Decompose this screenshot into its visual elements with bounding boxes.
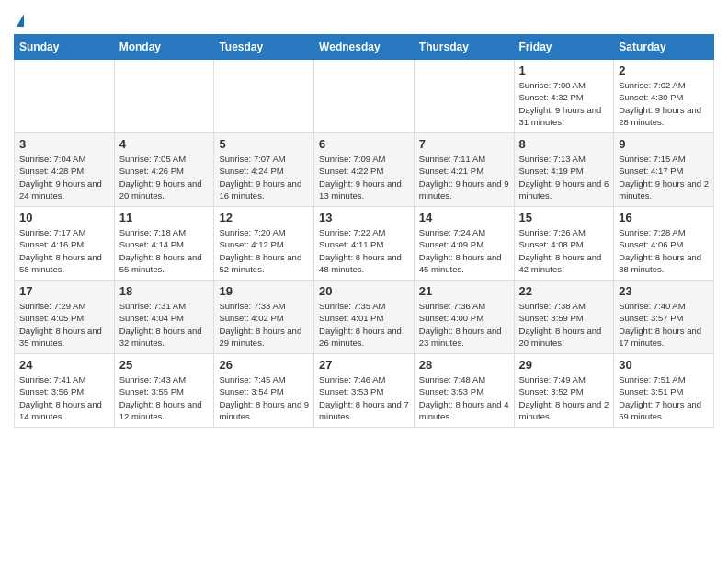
day-number: 20 [319,284,409,298]
calendar-cell: 5Sunrise: 7:07 AM Sunset: 4:24 PM Daylig… [214,133,314,207]
calendar-cell [15,60,115,133]
calendar-cell: 15Sunrise: 7:26 AM Sunset: 4:08 PM Dayli… [514,207,614,281]
day-info: Sunrise: 7:48 AM Sunset: 3:53 PM Dayligh… [419,373,509,422]
day-info: Sunrise: 7:45 AM Sunset: 3:54 PM Dayligh… [219,373,309,422]
day-number: 26 [219,358,309,372]
calendar-week-row: 24Sunrise: 7:41 AM Sunset: 3:56 PM Dayli… [15,354,714,428]
day-info: Sunrise: 7:04 AM Sunset: 4:28 PM Dayligh… [19,153,109,201]
logo [14,9,24,27]
day-number: 29 [519,358,609,372]
day-number: 4 [119,137,210,151]
calendar-cell: 17Sunrise: 7:29 AM Sunset: 4:05 PM Dayli… [15,281,115,354]
day-info: Sunrise: 7:36 AM Sunset: 4:00 PM Dayligh… [419,300,509,349]
day-info: Sunrise: 7:22 AM Sunset: 4:11 PM Dayligh… [319,226,409,275]
day-number: 1 [519,63,609,77]
calendar-cell: 29Sunrise: 7:49 AM Sunset: 3:52 PM Dayli… [514,354,614,428]
day-info: Sunrise: 7:49 AM Sunset: 3:52 PM Dayligh… [519,373,609,422]
header-saturday: Saturday [614,35,714,60]
calendar-cell: 13Sunrise: 7:22 AM Sunset: 4:11 PM Dayli… [314,207,415,281]
day-info: Sunrise: 7:28 AM Sunset: 4:06 PM Dayligh… [619,226,709,275]
calendar-cell: 6Sunrise: 7:09 AM Sunset: 4:22 PM Daylig… [314,133,415,207]
day-number: 18 [119,284,210,298]
calendar-cell: 3Sunrise: 7:04 AM Sunset: 4:28 PM Daylig… [15,133,115,207]
day-number: 9 [619,137,709,151]
calendar-cell [114,60,214,133]
day-number: 19 [219,284,309,298]
day-number: 2 [619,63,709,77]
calendar-cell: 4Sunrise: 7:05 AM Sunset: 4:26 PM Daylig… [114,133,214,207]
day-info: Sunrise: 7:29 AM Sunset: 4:05 PM Dayligh… [19,300,109,349]
day-info: Sunrise: 7:35 AM Sunset: 4:01 PM Dayligh… [319,300,409,349]
day-info: Sunrise: 7:43 AM Sunset: 3:55 PM Dayligh… [119,373,210,422]
day-info: Sunrise: 7:18 AM Sunset: 4:14 PM Dayligh… [119,226,210,275]
calendar-cell [414,60,514,133]
calendar-cell: 16Sunrise: 7:28 AM Sunset: 4:06 PM Dayli… [614,207,714,281]
day-info: Sunrise: 7:41 AM Sunset: 3:56 PM Dayligh… [19,373,109,422]
day-info: Sunrise: 7:33 AM Sunset: 4:02 PM Dayligh… [219,300,309,349]
day-info: Sunrise: 7:07 AM Sunset: 4:24 PM Dayligh… [219,153,309,201]
calendar-cell: 27Sunrise: 7:46 AM Sunset: 3:53 PM Dayli… [314,354,415,428]
day-info: Sunrise: 7:05 AM Sunset: 4:26 PM Dayligh… [119,153,210,201]
day-info: Sunrise: 7:17 AM Sunset: 4:16 PM Dayligh… [19,226,109,275]
calendar-header-row: SundayMondayTuesdayWednesdayThursdayFrid… [15,35,714,60]
calendar-cell [314,60,415,133]
day-info: Sunrise: 7:38 AM Sunset: 3:59 PM Dayligh… [519,300,609,349]
header-tuesday: Tuesday [214,35,314,60]
header-wednesday: Wednesday [314,35,415,60]
day-info: Sunrise: 7:09 AM Sunset: 4:22 PM Dayligh… [319,153,409,201]
calendar-cell: 24Sunrise: 7:41 AM Sunset: 3:56 PM Dayli… [15,354,115,428]
day-number: 13 [319,211,409,224]
day-number: 25 [119,358,210,372]
day-number: 22 [519,284,609,298]
day-info: Sunrise: 7:40 AM Sunset: 3:57 PM Dayligh… [619,300,709,349]
day-number: 7 [419,137,509,151]
day-number: 16 [619,211,709,224]
calendar-cell: 10Sunrise: 7:17 AM Sunset: 4:16 PM Dayli… [15,207,115,281]
day-number: 30 [619,358,709,372]
calendar-week-row: 1Sunrise: 7:00 AM Sunset: 4:32 PM Daylig… [15,60,714,133]
calendar-cell: 7Sunrise: 7:11 AM Sunset: 4:21 PM Daylig… [414,133,514,207]
calendar-cell: 21Sunrise: 7:36 AM Sunset: 4:00 PM Dayli… [414,281,514,354]
calendar-cell: 12Sunrise: 7:20 AM Sunset: 4:12 PM Dayli… [214,207,314,281]
day-info: Sunrise: 7:15 AM Sunset: 4:17 PM Dayligh… [619,153,709,201]
calendar-cell: 19Sunrise: 7:33 AM Sunset: 4:02 PM Dayli… [214,281,314,354]
day-info: Sunrise: 7:26 AM Sunset: 4:08 PM Dayligh… [519,226,609,275]
calendar-table: SundayMondayTuesdayWednesdayThursdayFrid… [14,34,714,428]
day-info: Sunrise: 7:13 AM Sunset: 4:19 PM Dayligh… [519,153,609,201]
calendar-cell: 9Sunrise: 7:15 AM Sunset: 4:17 PM Daylig… [614,133,714,207]
day-number: 15 [519,211,609,224]
day-number: 6 [319,137,409,151]
calendar-cell: 22Sunrise: 7:38 AM Sunset: 3:59 PM Dayli… [514,281,614,354]
day-number: 5 [219,137,309,151]
day-info: Sunrise: 7:11 AM Sunset: 4:21 PM Dayligh… [419,153,509,201]
header-monday: Monday [114,35,214,60]
day-info: Sunrise: 7:31 AM Sunset: 4:04 PM Dayligh… [119,300,210,349]
calendar-cell: 14Sunrise: 7:24 AM Sunset: 4:09 PM Dayli… [414,207,514,281]
day-number: 24 [19,358,109,372]
calendar-cell: 28Sunrise: 7:48 AM Sunset: 3:53 PM Dayli… [414,354,514,428]
day-number: 11 [119,211,210,224]
day-info: Sunrise: 7:46 AM Sunset: 3:53 PM Dayligh… [319,373,409,422]
calendar-cell: 11Sunrise: 7:18 AM Sunset: 4:14 PM Dayli… [114,207,214,281]
calendar-cell [214,60,314,133]
page-header [14,9,714,27]
calendar-week-row: 10Sunrise: 7:17 AM Sunset: 4:16 PM Dayli… [15,207,714,281]
header-friday: Friday [514,35,614,60]
calendar-cell: 8Sunrise: 7:13 AM Sunset: 4:19 PM Daylig… [514,133,614,207]
day-number: 17 [19,284,109,298]
calendar-cell: 1Sunrise: 7:00 AM Sunset: 4:32 PM Daylig… [514,60,614,133]
day-info: Sunrise: 7:24 AM Sunset: 4:09 PM Dayligh… [419,226,509,275]
header-thursday: Thursday [414,35,514,60]
day-info: Sunrise: 7:51 AM Sunset: 3:51 PM Dayligh… [619,373,709,422]
calendar-week-row: 17Sunrise: 7:29 AM Sunset: 4:05 PM Dayli… [15,281,714,354]
day-number: 14 [419,211,509,224]
calendar-cell: 20Sunrise: 7:35 AM Sunset: 4:01 PM Dayli… [314,281,415,354]
day-info: Sunrise: 7:20 AM Sunset: 4:12 PM Dayligh… [219,226,309,275]
day-number: 8 [519,137,609,151]
calendar-cell: 23Sunrise: 7:40 AM Sunset: 3:57 PM Dayli… [614,281,714,354]
logo-triangle-icon [17,14,24,27]
calendar-cell: 26Sunrise: 7:45 AM Sunset: 3:54 PM Dayli… [214,354,314,428]
calendar-cell: 30Sunrise: 7:51 AM Sunset: 3:51 PM Dayli… [614,354,714,428]
day-number: 12 [219,211,309,224]
calendar-cell: 18Sunrise: 7:31 AM Sunset: 4:04 PM Dayli… [114,281,214,354]
